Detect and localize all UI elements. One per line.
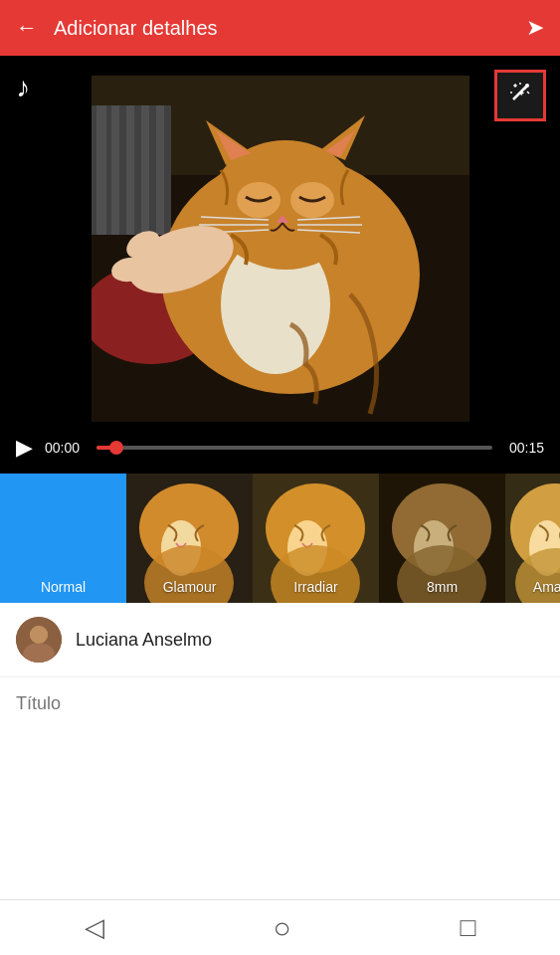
svg-rect-4: [111, 105, 119, 235]
avatar-image: [16, 617, 62, 663]
video-player: ♪: [0, 56, 560, 474]
title-section: [0, 677, 560, 714]
play-button[interactable]: ▶: [16, 435, 33, 461]
filter-glamour-label: Glamour: [126, 579, 253, 595]
current-time: 00:00: [45, 440, 85, 456]
top-bar: Adicionar detalhes: [0, 0, 560, 56]
filter-8mm[interactable]: 8mm: [379, 474, 505, 603]
filter-normal[interactable]: Normal: [0, 474, 126, 603]
svg-rect-6: [141, 105, 149, 235]
nav-back-button[interactable]: ◁: [85, 912, 104, 943]
bottom-nav: ◁ ○ □: [0, 899, 560, 955]
progress-bar[interactable]: [96, 446, 492, 450]
user-name: Luciana Anselmo: [76, 630, 212, 651]
svg-text:✦: ✦: [522, 85, 528, 92]
magic-wand-button[interactable]: ✦ ✦: [494, 70, 546, 121]
filter-amanha[interactable]: Amanh: [505, 474, 560, 603]
filter-irradiar[interactable]: Irradiar: [253, 474, 379, 603]
send-button[interactable]: [526, 15, 544, 41]
filter-normal-label: Normal: [0, 579, 126, 595]
progress-thumb: [109, 441, 123, 455]
svg-line-32: [527, 92, 529, 94]
filter-irradiar-label: Irradiar: [253, 579, 379, 595]
filters-row: Normal Glamour: [0, 474, 560, 603]
filter-8mm-label: 8mm: [379, 579, 505, 595]
page-title: Adicionar detalhes: [54, 17, 526, 40]
avatar: [16, 617, 62, 663]
video-controls: ▶ 00:00 00:15: [0, 422, 560, 474]
music-icon[interactable]: ♪: [16, 72, 30, 103]
user-row: Luciana Anselmo: [0, 603, 560, 677]
video-thumbnail: [92, 76, 469, 434]
svg-rect-5: [126, 105, 134, 235]
svg-point-57: [30, 626, 48, 644]
filter-amanha-label: Amanh: [505, 579, 560, 595]
svg-rect-3: [96, 105, 106, 235]
total-time: 00:15: [504, 440, 544, 456]
nav-recent-button[interactable]: □: [460, 912, 475, 943]
title-input[interactable]: [16, 693, 544, 714]
filter-glamour[interactable]: Glamour: [126, 474, 253, 603]
nav-home-button[interactable]: ○: [274, 911, 291, 945]
wand-icon: ✦ ✦: [508, 81, 532, 110]
svg-rect-7: [156, 105, 164, 235]
back-button[interactable]: [16, 15, 38, 41]
